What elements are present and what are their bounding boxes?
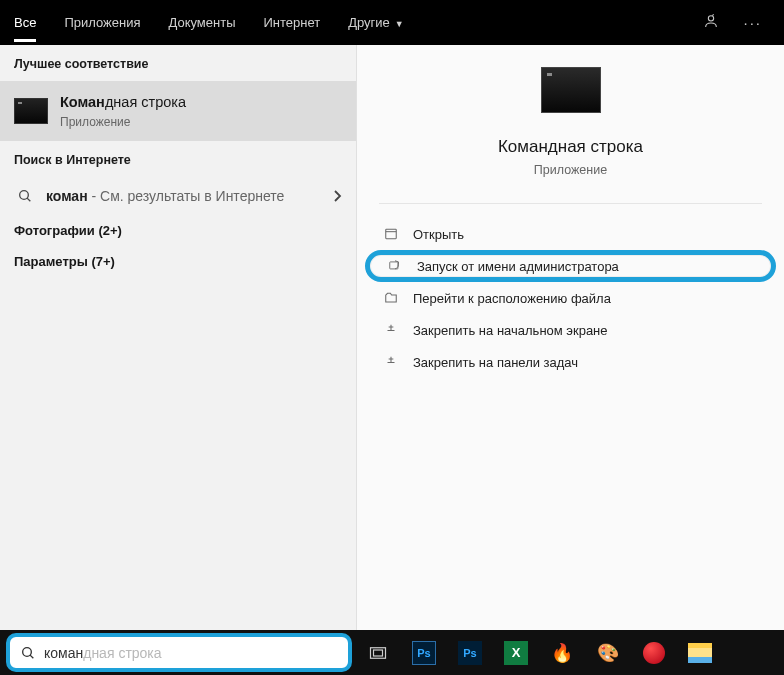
svg-point-1 (20, 190, 29, 199)
results-panel: Лучшее соответствие Командная строка При… (0, 45, 356, 630)
tab-docs[interactable]: Документы (154, 3, 249, 42)
search-filter-tabs: Все Приложения Документы Интернет Другие… (0, 0, 784, 45)
taskbar-app-flame[interactable]: 🔥 (542, 635, 582, 671)
svg-line-2 (27, 198, 30, 201)
search-icon (14, 185, 36, 207)
action-open[interactable]: Открыть (361, 218, 780, 250)
web-search-item[interactable]: коман - См. результаты в Интернете (0, 177, 356, 215)
svg-point-0 (709, 16, 714, 21)
svg-rect-7 (371, 647, 386, 658)
chevron-right-icon (332, 190, 342, 202)
open-icon (379, 226, 403, 242)
pin-icon (379, 322, 403, 338)
taskbar-app-photoshop[interactable]: Ps (404, 635, 444, 671)
best-match-title: Командная строка (60, 93, 186, 113)
tab-more[interactable]: Другие▼ (334, 3, 418, 42)
divider (379, 203, 762, 204)
tab-all[interactable]: Все (0, 3, 50, 42)
folder-icon (379, 290, 403, 306)
more-options-icon[interactable]: ··· (731, 4, 774, 41)
task-view-button[interactable] (358, 635, 398, 671)
action-pin-taskbar[interactable]: Закрепить на панели задач (361, 346, 780, 378)
pin-icon (379, 354, 403, 370)
taskbar-app-opera[interactable] (634, 635, 674, 671)
chevron-down-icon: ▼ (395, 19, 404, 29)
action-run-as-admin[interactable]: Запуск от имени администратора (365, 250, 776, 282)
preview-title: Командная строка (498, 137, 643, 157)
svg-point-5 (23, 647, 32, 656)
feedback-icon[interactable] (691, 3, 731, 42)
web-search-header: Поиск в Интернете (0, 141, 356, 177)
taskbar-app-paint[interactable]: 🎨 (588, 635, 628, 671)
category-params[interactable]: Параметры (7+) (0, 246, 356, 277)
taskbar: командная строка Ps Ps X 🔥 🎨 (0, 630, 784, 675)
svg-rect-8 (374, 650, 383, 656)
search-input[interactable]: командная строка (6, 633, 352, 672)
action-pin-start[interactable]: Закрепить на начальном экране (361, 314, 780, 346)
admin-shield-icon (383, 258, 407, 274)
taskbar-app-explorer[interactable] (680, 635, 720, 671)
svg-rect-3 (386, 229, 397, 238)
preview-sub: Приложение (534, 163, 607, 177)
tab-web[interactable]: Интернет (249, 3, 334, 42)
tab-apps[interactable]: Приложения (50, 3, 154, 42)
taskbar-app-excel[interactable]: X (496, 635, 536, 671)
best-match-item[interactable]: Командная строка Приложение (0, 81, 356, 141)
category-photos[interactable]: Фотографии (2+) (0, 215, 356, 246)
cmd-prompt-icon (541, 67, 601, 113)
action-open-location[interactable]: Перейти к расположению файла (361, 282, 780, 314)
svg-line-6 (30, 655, 33, 658)
cmd-prompt-icon (14, 98, 48, 124)
search-icon (20, 645, 36, 661)
taskbar-app-photoshop-alt[interactable]: Ps (450, 635, 490, 671)
best-match-sub: Приложение (60, 115, 186, 129)
best-match-header: Лучшее соответствие (0, 45, 356, 81)
preview-panel: Командная строка Приложение Открыть Запу… (356, 45, 784, 630)
